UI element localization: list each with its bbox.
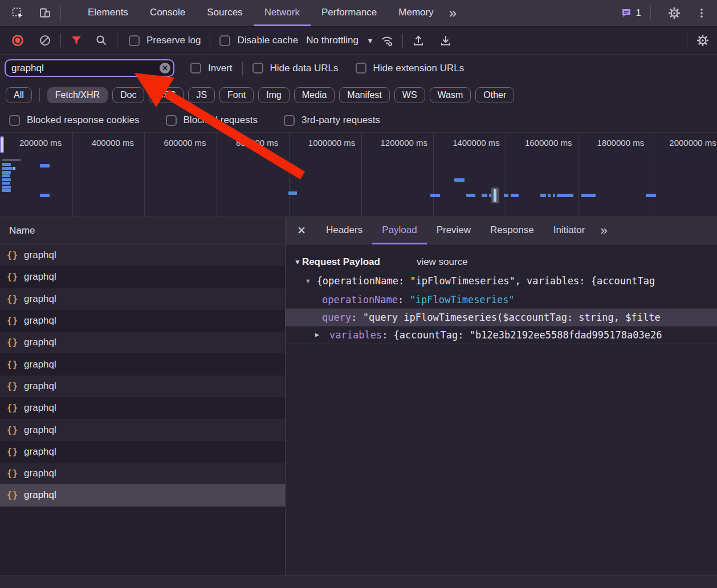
disable-cache-checkbox[interactable] <box>219 35 230 46</box>
request-row[interactable]: {}graphql <box>0 375 285 397</box>
blocked-response-cookies-checkbox[interactable] <box>9 115 20 126</box>
network-conditions-icon[interactable] <box>377 31 397 50</box>
separator <box>242 62 243 75</box>
chip-fetch-xhr[interactable]: Fetch/XHR <box>47 87 108 103</box>
separator <box>39 88 40 102</box>
kebab-menu-icon[interactable] <box>692 3 711 23</box>
view-source-link[interactable]: view source <box>417 256 468 268</box>
detail-tab-payload[interactable]: Payload <box>372 217 426 244</box>
chip-js[interactable]: JS <box>188 87 215 103</box>
chip-manifest[interactable]: Manifest <box>339 87 389 103</box>
settings-gear-icon[interactable] <box>665 3 684 23</box>
waterfall-bar <box>2 186 11 189</box>
request-row[interactable]: {}graphql <box>0 310 285 332</box>
chip-wasm[interactable]: Wasm <box>430 87 471 103</box>
timeline-tick-label: 1600000 ms <box>525 138 572 148</box>
timeline-tick-label: 400000 ms <box>92 138 134 148</box>
preserve-log-checkbox[interactable] <box>129 35 140 46</box>
panel-tabs: ElementsConsoleSourcesNetworkPerformance… <box>77 0 445 26</box>
separator <box>60 34 61 47</box>
request-row[interactable]: {}graphql <box>0 419 285 440</box>
waterfall-bar <box>454 178 465 182</box>
inspect-element-icon[interactable] <box>8 3 27 23</box>
waterfall-bar <box>482 194 487 197</box>
request-row[interactable]: {}graphql <box>0 484 285 506</box>
timeline-gridline <box>433 133 434 217</box>
chip-font[interactable]: Font <box>219 87 254 103</box>
detail-tab-initiator[interactable]: Initiator <box>544 217 595 244</box>
request-name: graphql <box>24 468 56 479</box>
import-har-icon[interactable] <box>409 31 428 50</box>
throttling-select[interactable]: No throttling ▼ <box>306 35 374 46</box>
request-name: graphql <box>24 337 56 348</box>
timeline-tick-label: 1200000 ms <box>381 138 428 148</box>
clear-filter-icon[interactable]: ✕ <box>160 63 170 74</box>
export-har-icon[interactable] <box>436 31 455 50</box>
close-icon[interactable]: ✕ <box>286 224 316 237</box>
request-row[interactable]: {}graphql <box>0 266 285 288</box>
request-row[interactable]: {}graphql <box>0 463 285 484</box>
clear-network-log-button[interactable] <box>35 31 55 50</box>
chip-ws[interactable]: WS <box>394 87 425 103</box>
chip-css[interactable]: CSS <box>149 87 184 103</box>
invert-checkbox[interactable] <box>190 63 201 74</box>
device-toolbar-icon[interactable] <box>35 3 55 23</box>
tab-memory[interactable]: Memory <box>388 0 444 26</box>
collapse-triangle-icon[interactable]: ▼ <box>294 258 301 266</box>
chip-doc[interactable]: Doc <box>112 87 144 103</box>
chip-all[interactable]: All <box>6 87 32 103</box>
request-row[interactable]: {}graphql <box>0 332 285 353</box>
detail-tab-preview[interactable]: Preview <box>427 217 480 244</box>
waterfall-bar <box>2 167 13 170</box>
preserve-log-label: Preserve log <box>146 35 201 46</box>
waterfall-bar <box>540 194 546 197</box>
request-row[interactable]: {}graphql <box>0 288 285 310</box>
advanced-filters: Blocked response cookiesBlocked requests… <box>0 108 717 133</box>
json-braces-icon: {} <box>7 425 18 435</box>
tab-console[interactable]: Console <box>139 0 196 26</box>
waterfall-bar <box>288 191 297 195</box>
hide-extension-urls-checkbox[interactable] <box>356 63 366 74</box>
request-row[interactable]: {}graphql <box>0 244 285 266</box>
expand-triangle-icon[interactable]: ▶ <box>315 326 319 344</box>
chip-img[interactable]: Img <box>258 87 290 103</box>
payload-colon: : <box>382 329 393 341</box>
more-panels-icon[interactable]: » <box>445 2 461 24</box>
waterfall-bar <box>2 189 11 192</box>
issues-counter[interactable]: 1 <box>617 7 645 19</box>
request-row[interactable]: {}graphql <box>0 353 285 375</box>
payload-value: "query ipFlowTimeseries($accountTag: str… <box>363 312 661 323</box>
filter-icon[interactable] <box>67 31 86 50</box>
tab-sources[interactable]: Sources <box>196 0 253 26</box>
waterfall-bar <box>13 167 15 170</box>
json-braces-icon: {} <box>7 250 18 260</box>
waterfall-bar <box>2 171 11 174</box>
blocked-requests-checkbox[interactable] <box>166 115 177 126</box>
filter-input[interactable] <box>5 59 174 77</box>
request-name: graphql <box>24 381 56 392</box>
request-row[interactable]: {}graphql <box>0 397 285 419</box>
payload-object-preview[interactable]: ▼ {operationName: "ipFlowTimeseries", va… <box>286 271 717 291</box>
search-icon[interactable] <box>92 31 111 50</box>
name-column-header[interactable]: Name <box>0 217 285 244</box>
timeline-tick-label: 1000000 ms <box>308 138 356 148</box>
network-settings-gear-icon[interactable] <box>693 31 712 50</box>
tab-performance[interactable]: Performance <box>311 0 388 26</box>
tab-elements[interactable]: Elements <box>77 0 139 26</box>
tab-network[interactable]: Network <box>254 0 311 26</box>
network-overview-timeline[interactable]: 200000 ms400000 ms600000 ms800000 ms1000… <box>0 133 717 217</box>
chip-media[interactable]: Media <box>294 87 335 103</box>
request-row[interactable]: {}graphql <box>0 441 285 463</box>
overview-drag-handle[interactable] <box>0 136 4 153</box>
payload-key: operationName <box>322 294 398 305</box>
detail-tab-response[interactable]: Response <box>480 217 544 244</box>
record-network-log-button[interactable] <box>8 31 27 50</box>
detail-tab-headers[interactable]: Headers <box>316 217 372 244</box>
hide-data-urls-checkbox[interactable] <box>252 63 263 74</box>
waterfall-bar <box>581 194 596 197</box>
more-detail-tabs-icon[interactable]: » <box>594 223 613 238</box>
chip-other[interactable]: Other <box>475 87 514 103</box>
3rd-party-requests-checkbox[interactable] <box>284 115 295 126</box>
throttling-value: No throttling <box>306 35 358 46</box>
timeline-tick-label: 600000 ms <box>164 138 206 148</box>
